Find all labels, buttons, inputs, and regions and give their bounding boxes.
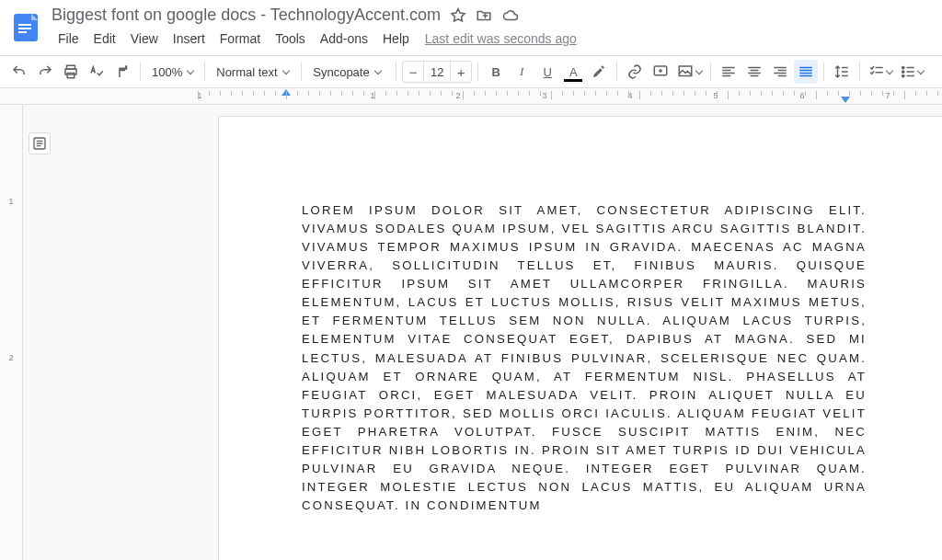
paragraph-style-dropdown[interactable]: Normal text xyxy=(211,60,295,84)
spellcheck-button[interactable] xyxy=(85,60,109,84)
cloud-status-icon[interactable] xyxy=(501,7,520,24)
chevron-down-icon xyxy=(917,66,925,74)
menu-insert[interactable]: Insert xyxy=(167,28,212,50)
toolbar-separator xyxy=(477,63,478,81)
align-left-button[interactable] xyxy=(717,60,741,84)
italic-button[interactable]: I xyxy=(510,60,534,84)
align-center-button[interactable] xyxy=(742,60,766,84)
svg-point-9 xyxy=(902,66,904,68)
paint-format-button[interactable] xyxy=(110,60,134,84)
vruler-number: 1 xyxy=(8,197,13,206)
ruler-number: 2 xyxy=(455,91,460,100)
vruler-number: 2 xyxy=(8,353,13,362)
font-value: Syncopate xyxy=(313,65,369,79)
workspace: 1 2 Lorem ipsum dolor sit amet, consecte… xyxy=(0,105,942,560)
title-bar: Biggest font on google docs - Technology… xyxy=(0,0,942,50)
menu-bar: File Edit View Insert Format Tools Add-o… xyxy=(52,28,933,50)
menu-file[interactable]: File xyxy=(52,28,86,50)
chevron-down-icon xyxy=(187,66,194,74)
checklist-button[interactable] xyxy=(866,60,895,84)
docs-logo[interactable] xyxy=(7,6,44,50)
redo-button[interactable] xyxy=(33,60,57,84)
menu-help[interactable]: Help xyxy=(376,28,416,50)
font-size-control: − 12 + xyxy=(402,61,472,83)
ruler-number: 7 xyxy=(885,91,890,100)
toolbar-separator xyxy=(301,63,302,81)
align-right-button[interactable] xyxy=(768,60,792,84)
toolbar-separator xyxy=(710,63,711,81)
document-body-text[interactable]: Lorem ipsum dolor sit amet, consectetur … xyxy=(302,201,867,515)
document-title[interactable]: Biggest font on google docs - Technology… xyxy=(52,6,441,25)
move-icon[interactable] xyxy=(476,7,492,24)
toolbar-separator xyxy=(859,63,860,81)
menu-tools[interactable]: Tools xyxy=(269,28,312,50)
toolbar-separator xyxy=(823,63,824,81)
style-value: Normal text xyxy=(216,65,277,79)
font-family-dropdown[interactable]: Syncopate xyxy=(307,60,390,84)
bold-button[interactable]: B xyxy=(484,60,508,84)
chevron-down-icon xyxy=(373,66,381,74)
chevron-down-icon xyxy=(695,66,703,74)
toolbar-separator xyxy=(396,63,396,81)
document-outline-button[interactable] xyxy=(29,132,51,154)
zoom-value: 100% xyxy=(152,65,182,79)
underline-button[interactable]: U xyxy=(535,60,559,84)
last-edit-status[interactable]: Last edit was seconds ago xyxy=(425,28,577,50)
chevron-down-icon xyxy=(886,66,893,74)
print-button[interactable] xyxy=(59,60,83,84)
horizontal-ruler[interactable]: 1 1 2 3 4 5 6 7 xyxy=(0,88,942,105)
svg-rect-2 xyxy=(18,28,31,29)
menu-edit[interactable]: Edit xyxy=(87,28,122,50)
toolbar-separator xyxy=(140,63,141,81)
chevron-down-icon xyxy=(281,66,289,74)
svg-point-10 xyxy=(902,71,904,73)
insert-image-button[interactable] xyxy=(674,60,705,84)
bulleted-list-button[interactable] xyxy=(897,60,926,84)
font-size-decrease-button[interactable]: − xyxy=(403,64,423,80)
font-size-input[interactable]: 12 xyxy=(423,62,451,82)
vertical-ruler[interactable]: 1 2 xyxy=(0,105,23,560)
insert-comment-button[interactable] xyxy=(649,60,672,84)
menu-addons[interactable]: Add-ons xyxy=(314,28,374,50)
highlight-color-button[interactable] xyxy=(587,60,611,84)
svg-rect-3 xyxy=(18,31,27,33)
ruler-number: 6 xyxy=(799,91,804,100)
menu-view[interactable]: View xyxy=(124,28,165,50)
font-size-increase-button[interactable]: + xyxy=(451,64,471,80)
toolbar-separator xyxy=(616,63,617,81)
svg-rect-1 xyxy=(18,24,31,26)
toolbar-separator xyxy=(204,63,205,81)
undo-button[interactable] xyxy=(7,60,31,84)
menu-format[interactable]: Format xyxy=(213,28,267,50)
page[interactable]: Lorem ipsum dolor sit amet, consectetur … xyxy=(218,116,942,560)
svg-point-11 xyxy=(902,74,904,76)
ruler-number: 3 xyxy=(542,91,546,100)
insert-link-button[interactable] xyxy=(623,60,647,84)
right-indent-marker[interactable] xyxy=(841,97,850,103)
toolbar: 100% Normal text Syncopate − 12 + B I U … xyxy=(0,55,942,88)
align-justify-button[interactable] xyxy=(794,60,818,84)
line-spacing-button[interactable] xyxy=(830,60,854,84)
document-canvas: Lorem ipsum dolor sit amet, consectetur … xyxy=(23,105,942,560)
text-color-button[interactable]: A xyxy=(561,60,585,84)
zoom-dropdown[interactable]: 100% xyxy=(146,60,199,84)
star-icon[interactable] xyxy=(450,7,466,24)
